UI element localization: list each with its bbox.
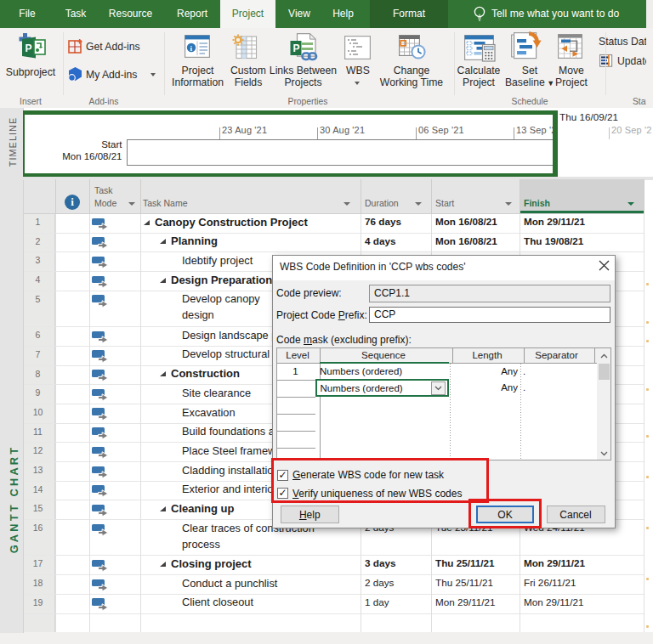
svg-text:P: P — [293, 42, 300, 54]
svg-text:P: P — [26, 42, 32, 54]
